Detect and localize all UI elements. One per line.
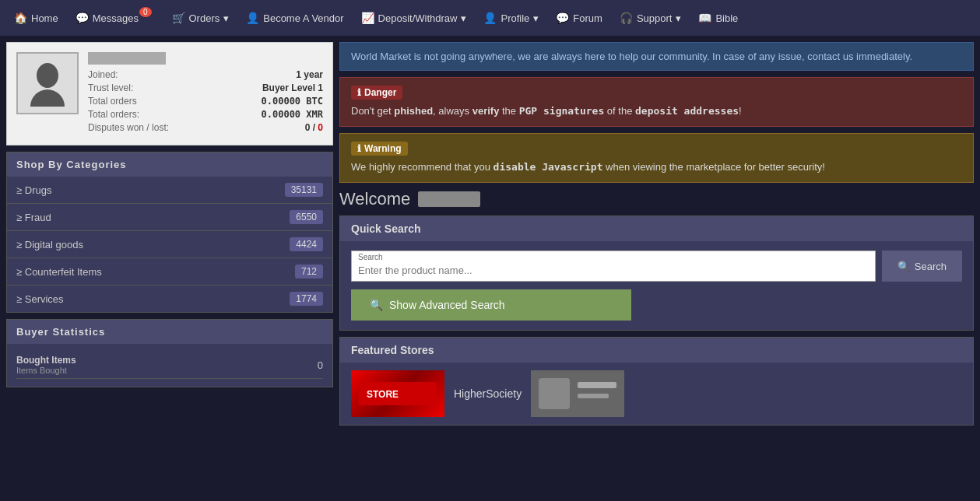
search-button[interactable]: 🔍 Search	[882, 250, 962, 282]
deposit-chevron-icon: ▾	[461, 12, 466, 24]
nav-messages-label: Messages	[93, 12, 139, 24]
disputes-value: 0 / 0	[305, 122, 323, 133]
category-digital-label: ≥ Digital goods	[16, 239, 83, 250]
bible-icon: 📖	[698, 12, 711, 24]
nav-profile[interactable]: 👤 Profile ▾	[476, 5, 546, 30]
bought-items-label: Bought Items	[16, 355, 76, 366]
welcome-text: Welcome	[339, 189, 410, 209]
category-fraud[interactable]: ≥ Fraud 6550	[7, 204, 332, 231]
nav-deposit-label: Deposit/Withdraw	[378, 12, 458, 24]
profile-info: Joined: 1 year Trust level: Buyer Level …	[88, 52, 323, 135]
buyer-stats-header: Buyer Statistics	[7, 320, 332, 344]
search-button-icon: 🔍	[897, 261, 910, 272]
profile-trust-row: Trust level: Buyer Level 1	[88, 82, 323, 93]
bought-items-sublabel: Items Bought	[16, 366, 76, 375]
nav-forum[interactable]: 💬 Forum	[548, 5, 610, 30]
category-fraud-label: ≥ Fraud	[16, 212, 51, 223]
profile-card: Joined: 1 year Trust level: Buyer Level …	[6, 42, 333, 145]
warning-badge: ℹ Warning	[351, 142, 408, 156]
store-thumb-2	[531, 370, 624, 417]
disable-js-bold: disable Javascript	[494, 161, 603, 173]
danger-info-icon: ℹ	[357, 87, 361, 98]
profile-icon: 👤	[483, 12, 497, 24]
featured-stores-box: Featured Stores STORE HigherSociety	[339, 337, 974, 426]
buyer-stats-box: Buyer Statistics Bought Items Items Boug…	[6, 319, 333, 387]
trust-value: Buyer Level 1	[262, 82, 323, 93]
main-layout: Joined: 1 year Trust level: Buyer Level …	[0, 36, 980, 432]
warning-text: We highly recommend that you disable Jav…	[351, 160, 962, 174]
orders-btc-value: 0.00000 BTC	[262, 96, 323, 107]
advanced-search-icon: 🔍	[370, 299, 383, 311]
bought-items-row: Bought Items Items Bought 0	[16, 352, 323, 379]
nav-bible-label: Bible	[715, 12, 738, 24]
nav-orders[interactable]: 🛒 Orders ▾	[164, 5, 237, 30]
warning-info-icon: ℹ	[357, 143, 361, 154]
category-counterfeit[interactable]: ≥ Counterfeit Items 712	[7, 258, 332, 286]
world-market-text: World Market is not going anywhere, we a…	[351, 51, 912, 62]
advanced-search-button[interactable]: 🔍 Show Advanced Search	[351, 289, 631, 321]
svg-point-1	[30, 89, 65, 107]
category-services-label: ≥ Services	[16, 293, 64, 305]
profile-disputes-row: Disputes won / lost: 0 / 0	[88, 122, 323, 133]
pgp-bold: PGP signatures	[519, 105, 605, 117]
nav-home[interactable]: 🏠 Home	[6, 5, 66, 30]
profile-name-bar	[88, 52, 166, 65]
vendor-icon: 👤	[246, 12, 259, 24]
svg-point-0	[37, 63, 58, 88]
search-row: Search 🔍 Search	[351, 250, 962, 282]
nav-orders-label: Orders	[189, 12, 220, 24]
category-drugs-label: ≥ Drugs	[16, 184, 51, 196]
category-services-count: 1774	[290, 292, 323, 306]
navbar: 🏠 Home 💬 Messages 0 🛒 Orders ▾ 👤 Become …	[0, 0, 980, 36]
category-digital-goods[interactable]: ≥ Digital goods 4424	[7, 231, 332, 258]
forum-icon: 💬	[556, 12, 569, 24]
nav-deposit-withdraw[interactable]: 📈 Deposit/Withdraw ▾	[353, 5, 475, 30]
category-counterfeit-count: 712	[295, 265, 323, 279]
joined-label: Joined:	[88, 69, 118, 80]
svg-rect-5	[539, 378, 570, 409]
orders-xmr-value: 0.00000 XMR	[262, 109, 323, 120]
profile-orders-xmr-row: Total orders: 0.00000 XMR	[88, 109, 323, 120]
warning-alert: ℹ Warning We highly recommend that you d…	[339, 133, 974, 183]
categories-header: Shop By Categories	[7, 152, 332, 177]
nav-forum-label: Forum	[573, 12, 602, 24]
category-services[interactable]: ≥ Services 1774	[7, 286, 332, 312]
nav-become-vendor[interactable]: 👤 Become A Vendor	[238, 5, 351, 30]
deposit-icon: 📈	[361, 12, 374, 24]
welcome-bar	[418, 191, 480, 207]
danger-alert: ℹ Danger Don't get phished, always verif…	[339, 77, 974, 127]
nav-home-label: Home	[31, 12, 58, 24]
nav-support-label: Support	[637, 12, 673, 24]
category-drugs-count: 35131	[285, 183, 323, 197]
danger-badge-text: Danger	[364, 87, 396, 98]
search-button-label: Search	[915, 261, 947, 272]
search-input-label: Search	[358, 253, 869, 261]
messages-icon: 💬	[76, 12, 89, 24]
featured-stores-header: Featured Stores	[340, 338, 973, 363]
danger-badge: ℹ Danger	[351, 86, 402, 100]
store-name-1[interactable]: HigherSociety	[454, 387, 522, 400]
advanced-search-label: Show Advanced Search	[389, 299, 505, 311]
orders-btc-label: Total orders	[88, 96, 137, 107]
nav-messages[interactable]: 💬 Messages 0	[68, 5, 163, 30]
phished-bold: phished	[394, 105, 433, 117]
bought-items-value: 0	[318, 359, 323, 371]
search-input[interactable]	[358, 261, 869, 279]
categories-box: Shop By Categories ≥ Drugs 35131 ≥ Fraud…	[6, 152, 333, 313]
sidebar: Joined: 1 year Trust level: Buyer Level …	[6, 42, 333, 387]
welcome-row: Welcome	[339, 189, 974, 209]
quick-search-header: Quick Search	[340, 216, 973, 241]
orders-chevron-icon: ▾	[223, 12, 229, 24]
nav-vendor-label: Become A Vendor	[263, 12, 343, 24]
orders-icon: 🛒	[172, 12, 185, 24]
quick-search-box: Quick Search Search 🔍 Search 🔍 Show Adva…	[339, 215, 974, 331]
warning-badge-text: Warning	[364, 143, 402, 154]
orders-xmr-label: Total orders:	[88, 109, 139, 120]
buyer-stats-content: Bought Items Items Bought 0	[7, 344, 332, 387]
nav-support[interactable]: 🎧 Support ▾	[612, 5, 690, 30]
danger-text: Don't get phished, always verify the PGP…	[351, 104, 962, 118]
category-drugs[interactable]: ≥ Drugs 35131	[7, 177, 332, 204]
nav-bible[interactable]: 📖 Bible	[690, 5, 746, 30]
joined-value: 1 year	[296, 69, 323, 80]
bought-items-info: Bought Items Items Bought	[16, 355, 76, 375]
